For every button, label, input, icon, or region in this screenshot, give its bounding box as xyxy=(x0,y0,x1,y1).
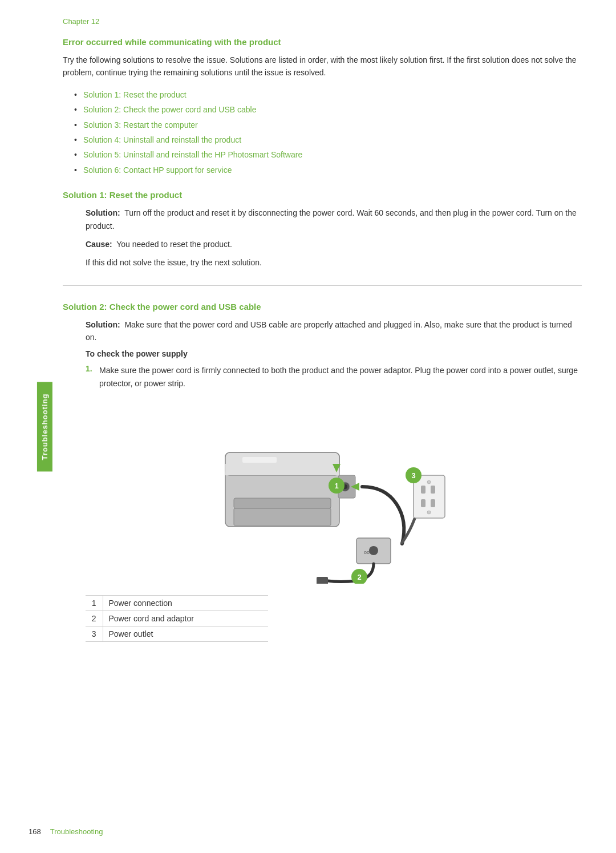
chapter-header: Chapter 12 xyxy=(63,17,582,26)
intro-text: Try the following solutions to resolve t… xyxy=(63,54,582,79)
svg-rect-3 xyxy=(234,498,331,508)
solution3-link[interactable]: Solution 3: Restart the computer xyxy=(83,120,198,130)
legend-row-2: 2 Power cord and adaptor xyxy=(86,611,268,626)
solution2-solution-body: Make sure that the power cord and USB ca… xyxy=(86,320,572,342)
solution1-cause-body: You needed to reset the product. xyxy=(116,240,232,249)
side-tab-troubleshooting: Troubleshooting xyxy=(37,382,52,471)
solution1-cause-text: Cause: You needed to reset the product. xyxy=(86,238,582,250)
solution2-title: Solution 2: Check the power cord and USB… xyxy=(63,302,582,312)
error-title: Error occurred while communicating with … xyxy=(63,37,582,47)
printer-svg: 1 oo 2 xyxy=(191,401,453,584)
list-item[interactable]: Solution 1: Reset the product xyxy=(74,88,582,101)
solution1-title: Solution 1: Reset the product xyxy=(63,190,582,200)
solution5-link[interactable]: Solution 5: Uninstall and reinstall the … xyxy=(83,150,302,159)
svg-point-22 xyxy=(427,480,431,484)
solution1-link[interactable]: Solution 1: Reset the product xyxy=(83,90,187,99)
svg-rect-14 xyxy=(317,577,328,584)
solution1-block: Solution 1: Reset the product Solution: … xyxy=(63,190,582,269)
legend-num-2: 2 xyxy=(86,611,103,626)
legend-num-1: 1 xyxy=(86,596,103,611)
svg-text:3: 3 xyxy=(411,471,415,480)
solution2-solution-text: Solution: Make sure that the power cord … xyxy=(86,318,582,344)
solution6-link[interactable]: Solution 6: Contact HP support for servi… xyxy=(83,165,232,175)
legend-num-3: 3 xyxy=(86,626,103,642)
svg-rect-2 xyxy=(225,464,339,475)
svg-rect-5 xyxy=(242,457,277,463)
list-item[interactable]: Solution 5: Uninstall and reinstall the … xyxy=(74,148,582,161)
solution1-solution-text: Solution: Turn off the product and reset… xyxy=(86,207,582,232)
step1: 1. Make sure the power cord is firmly co… xyxy=(86,364,582,390)
svg-rect-20 xyxy=(421,499,425,507)
section-divider xyxy=(63,285,582,286)
legend-label-2: Power cord and adaptor xyxy=(103,611,268,626)
svg-rect-18 xyxy=(421,486,425,494)
svg-rect-4 xyxy=(234,508,331,525)
solution1-cause-label: Cause: xyxy=(86,240,112,249)
solution4-link[interactable]: Solution 4: Uninstall and reinstall the … xyxy=(83,135,241,144)
list-item[interactable]: Solution 2: Check the power cord and USB… xyxy=(74,103,582,116)
legend-table: 1 Power connection 2 Power cord and adap… xyxy=(86,595,268,642)
step1-text: Make sure the power cord is firmly conne… xyxy=(99,364,582,390)
footer-label: Troubleshooting xyxy=(50,827,103,836)
legend-label-1: Power connection xyxy=(103,596,268,611)
svg-text:oo: oo xyxy=(364,549,370,555)
page-footer: 168 Troubleshooting xyxy=(29,823,582,836)
legend-row-3: 3 Power outlet xyxy=(86,626,268,642)
solution1-solution-body: Turn off the product and reset it by dis… xyxy=(86,208,577,230)
subsection-power-supply: To check the power supply xyxy=(86,349,582,358)
page-number: 168 xyxy=(29,827,41,836)
solution1-next-text: If this did not solve the issue, try the… xyxy=(86,256,582,269)
list-item[interactable]: Solution 3: Restart the computer xyxy=(74,119,582,131)
svg-text:2: 2 xyxy=(357,573,361,581)
solution2-solution-label: Solution: xyxy=(86,320,120,329)
svg-rect-19 xyxy=(431,486,435,494)
svg-point-12 xyxy=(369,546,378,555)
list-item[interactable]: Solution 6: Contact HP support for servi… xyxy=(74,164,582,176)
solutions-list: Solution 1: Reset the product Solution 2… xyxy=(74,88,582,176)
svg-point-23 xyxy=(427,511,431,514)
list-item[interactable]: Solution 4: Uninstall and reinstall the … xyxy=(74,134,582,146)
printer-illustration: 1 oo 2 xyxy=(86,401,559,584)
solution2-link[interactable]: Solution 2: Check the power cord and USB… xyxy=(83,105,257,114)
step1-number: 1. xyxy=(86,364,99,390)
solution1-solution-label: Solution: xyxy=(86,208,120,217)
legend-label-3: Power outlet xyxy=(103,626,268,642)
svg-rect-21 xyxy=(431,499,435,507)
solution2-block: Solution 2: Check the power cord and USB… xyxy=(63,302,582,642)
svg-text:1: 1 xyxy=(334,482,338,490)
legend-row-1: 1 Power connection xyxy=(86,596,268,611)
